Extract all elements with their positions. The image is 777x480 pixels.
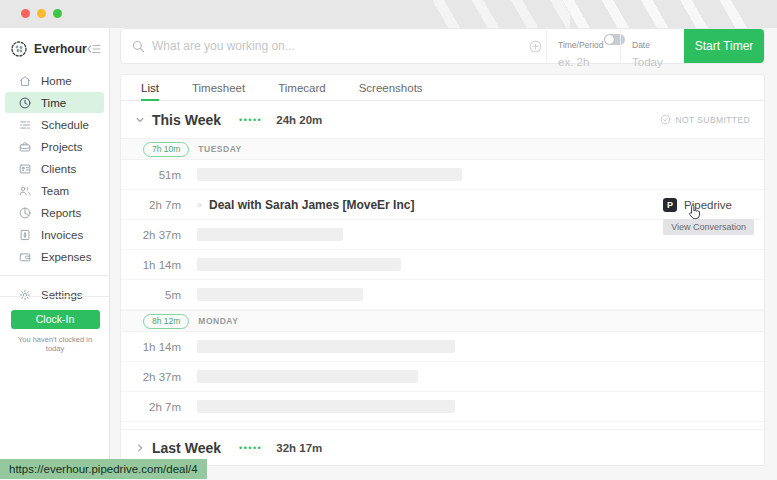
redacted-entry-bar <box>197 400 455 413</box>
day-total-badge: 8h 12m <box>143 314 189 329</box>
redacted-entry-bar <box>197 258 401 271</box>
time-entry-row: 5m <box>121 280 764 310</box>
redacted-entry-bar <box>197 340 455 353</box>
last-week-header[interactable]: Last Week ••••• 32h 17m <box>121 429 764 466</box>
titlebar-decoration <box>430 0 570 28</box>
collapse-sidebar-button[interactable] <box>87 43 101 55</box>
redacted-entry-bar <box>197 370 418 383</box>
link-preview-bar: https://everhour.pipedrive.com/deal/4 <box>0 459 207 479</box>
timer-bar: Time/Period Date Start Timer <box>120 28 765 64</box>
submission-status-label: NOT SUBMITTED <box>676 115 750 125</box>
sidebar-item-schedule[interactable]: Schedule <box>5 114 104 135</box>
minimize-window-button[interactable] <box>37 9 46 18</box>
time-entry-row: 2h 37m <box>121 362 764 392</box>
time-list-panel: List Timesheet Timecard Screenshots This… <box>120 74 765 466</box>
entry-time[interactable]: 1h 14m <box>121 341 181 353</box>
clock-icon <box>18 96 32 110</box>
week-activity-dots: ••••• <box>239 443 262 453</box>
week-title: Last Week <box>152 440 221 456</box>
day-header-tuesday: 7h 10m TUESDAY <box>121 138 764 160</box>
home-icon <box>18 74 32 88</box>
entry-title[interactable]: Deal with Sarah James [MoveEr Inc] <box>209 198 414 212</box>
sidebar-nav: Home Time Schedule Projects Clients Team <box>0 70 109 305</box>
mouse-cursor <box>687 204 701 224</box>
sidebar-item-invoices[interactable]: Invoices <box>5 224 104 245</box>
tab-screenshots[interactable]: Screenshots <box>359 75 423 100</box>
time-period-label: Time/Period <box>558 40 604 50</box>
entry-time[interactable]: 51m <box>121 169 181 181</box>
pipedrive-icon: P <box>663 198 677 212</box>
brand-name: Everhour <box>34 42 87 56</box>
everhour-logo-icon <box>10 40 28 58</box>
sidebar-item-expenses[interactable]: Expenses <box>5 246 104 267</box>
chevron-right-icon <box>135 439 145 457</box>
sidebar-item-team[interactable]: Team <box>5 180 104 201</box>
entry-time[interactable]: 5m <box>121 289 181 301</box>
week-total: 32h 17m <box>276 442 322 454</box>
sidebar-item-clients[interactable]: Clients <box>5 158 104 179</box>
clock-in-button[interactable]: Clock-In <box>11 310 100 329</box>
pie-chart-icon <box>18 206 32 220</box>
date-input[interactable] <box>632 56 690 68</box>
tab-list[interactable]: List <box>141 75 159 100</box>
clock-in-note: You haven't clocked in today <box>8 335 102 353</box>
day-name: MONDAY <box>198 316 238 326</box>
wallet-icon <box>18 250 32 264</box>
week-activity-dots: ••••• <box>239 115 262 125</box>
sidebar-item-projects[interactable]: Projects <box>5 136 104 157</box>
tab-timecard[interactable]: Timecard <box>278 75 326 100</box>
day-header-monday: 8h 12m MONDAY <box>121 310 764 332</box>
window-titlebar <box>0 0 777 28</box>
entry-time[interactable]: 2h 37m <box>121 371 181 383</box>
chevron-down-icon <box>135 111 145 129</box>
entry-time[interactable]: 2h 7m <box>121 401 181 413</box>
time-period-field: Time/Period <box>558 34 633 70</box>
briefcase-icon <box>18 140 32 154</box>
redacted-entry-bar <box>197 228 343 241</box>
tooltip: View Conversation <box>663 219 754 235</box>
time-entry-row: 1h 14m <box>121 250 764 280</box>
link-preview-url: https://everhour.pipedrive.com/deal/4 <box>9 463 198 475</box>
sidebar-item-time[interactable]: Time <box>5 92 104 113</box>
day-total-badge: 7h 10m <box>143 142 189 157</box>
divider <box>620 30 621 62</box>
tab-timesheet[interactable]: Timesheet <box>192 75 245 100</box>
day-name: TUESDAY <box>198 144 241 154</box>
time-period-toggle[interactable] <box>604 34 625 45</box>
entry-time[interactable]: 2h 7m <box>121 199 181 211</box>
view-tabs: List Timesheet Timecard Screenshots <box>121 75 764 101</box>
task-search-input[interactable] <box>152 39 522 53</box>
people-icon <box>18 184 32 198</box>
app-window: Everhour Home Time Schedule Projects <box>0 0 777 480</box>
time-entry-row: 1h 14m <box>121 332 764 362</box>
close-window-button[interactable] <box>21 9 30 18</box>
maximize-window-button[interactable] <box>53 9 62 18</box>
date-field: Date <box>632 34 690 70</box>
start-timer-button[interactable]: Start Timer <box>684 29 764 63</box>
time-input[interactable] <box>558 56 616 68</box>
submission-status[interactable]: NOT SUBMITTED <box>660 114 750 125</box>
titlebar-decoration <box>560 0 750 28</box>
schedule-icon <box>18 118 32 132</box>
time-entry-row: 2h 7m <box>121 392 764 422</box>
redacted-entry-bar <box>197 168 462 181</box>
add-circle-icon[interactable] <box>529 39 542 57</box>
clock-in-section: Clock-In You haven't clocked in today <box>0 296 110 353</box>
brand[interactable]: Everhour <box>0 28 109 68</box>
entry-time[interactable]: 2h 37m <box>121 229 181 241</box>
time-entry-row-deal: 2h 7m » Deal with Sarah James [MoveEr In… <box>121 190 764 220</box>
this-week-header[interactable]: This Week ••••• 24h 20m NOT SUBMITTED <box>121 101 764 138</box>
entry-time[interactable]: 1h 14m <box>121 259 181 271</box>
drag-handle-icon[interactable]: » <box>197 200 203 210</box>
redacted-entry-bar <box>197 288 363 301</box>
check-circle-icon <box>660 114 671 125</box>
week-total: 24h 20m <box>276 114 322 126</box>
sidebar: Everhour Home Time Schedule Projects <box>0 28 110 480</box>
search-icon <box>132 40 145 53</box>
date-label: Date <box>632 40 650 50</box>
week-title: This Week <box>152 112 221 128</box>
divider <box>546 30 547 62</box>
sidebar-item-reports[interactable]: Reports <box>5 202 104 223</box>
sidebar-divider <box>0 275 109 276</box>
sidebar-item-home[interactable]: Home <box>5 70 104 91</box>
